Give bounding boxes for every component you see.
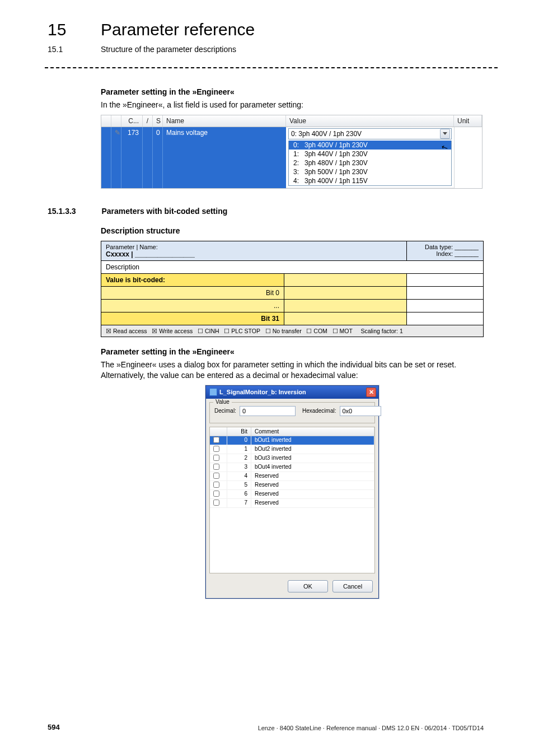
decimal-label: Decimal: — [214, 408, 236, 414]
row-s: 0 — [153, 127, 163, 188]
col-s: S — [153, 115, 163, 127]
combobox-selected: 0: 3ph 400V / 1ph 230V — [291, 130, 362, 138]
footer-text: Lenze · 8400 StateLine · Reference manua… — [258, 725, 484, 731]
bit-checkbox[interactable] — [213, 482, 219, 488]
ds-bit0: Bit 0 — [101, 287, 284, 300]
col-value: Value — [286, 115, 454, 127]
col-slash: / — [143, 115, 153, 127]
subsection-title: Parameters with bit-coded setting — [101, 207, 227, 216]
chevron-down-icon[interactable] — [440, 129, 450, 139]
bit-index: 5 — [227, 481, 251, 489]
grid-header-bit: Bit — [227, 427, 251, 436]
bit-checkbox[interactable] — [213, 464, 219, 470]
cancel-button[interactable]: Cancel — [332, 580, 373, 592]
engineer-listfield: C... / S Name Value Unit ✎ 173 0 Mains v… — [101, 115, 483, 189]
ds-top-index: Index: _______ — [411, 250, 479, 257]
ds-description: Description — [101, 261, 484, 274]
grid-header-comment: Comment — [251, 427, 374, 436]
bit-grid-row[interactable]: 4Reserved — [210, 472, 374, 481]
bit-checkbox[interactable] — [213, 446, 219, 452]
bit-comment: bOut2 inverted — [251, 445, 374, 454]
listfield-row[interactable]: ✎ 173 0 Mains voltage — [101, 127, 286, 188]
bit-checkbox[interactable] — [213, 455, 219, 461]
edit-pencil-icon[interactable]: ✎ — [111, 127, 121, 188]
ds-bitcoded-label: Value is bit-coded: — [101, 274, 284, 287]
bit-index: 7 — [227, 499, 251, 507]
bit-checkbox[interactable] — [213, 500, 219, 506]
bit-comment: Reserved — [251, 499, 374, 507]
bit-index: 6 — [227, 490, 251, 498]
value-combobox[interactable]: 0: 3ph 400V / 1ph 230V — [288, 128, 452, 139]
bit-dialog: L_SignalMonitor_b: Inversion ✕ Value Dec… — [205, 385, 379, 599]
bit-index: 0 — [227, 436, 251, 445]
bit-grid-row[interactable]: 3bOut4 inverted — [210, 463, 374, 472]
bit-grid-row[interactable]: 1bOut2 inverted — [210, 445, 374, 454]
ds-dots: ... — [101, 300, 284, 312]
dropdown-option[interactable]: 0: 3ph 400V / 1ph 230V — [289, 141, 451, 150]
engineer2-intro: The »Engineer« uses a dialog box for par… — [101, 360, 484, 381]
bit-checkbox[interactable] — [213, 491, 219, 497]
bit-grid-row[interactable]: 0bOut1 inverted — [210, 436, 374, 445]
ds-foot: ☒ Read access ☒ Write access ☐ CINH ☐ PL… — [101, 325, 484, 337]
bit-comment: bOut3 inverted — [251, 454, 374, 463]
ds-top-label: Parameter | Name: — [106, 244, 402, 250]
hex-label: Hexadecimal: — [302, 408, 336, 414]
chapter-number: 15 — [48, 20, 66, 39]
page-number: 594 — [48, 723, 60, 731]
bit-checkbox[interactable] — [213, 473, 219, 479]
bit-comment: Reserved — [251, 481, 374, 489]
dropdown-option[interactable]: 1: 3ph 440V / 1ph 230V — [289, 150, 451, 158]
decimal-input[interactable] — [240, 406, 296, 416]
bit-index: 2 — [227, 454, 251, 463]
dropdown-option[interactable]: 4: 3ph 400V / 1ph 115V — [289, 176, 451, 185]
bit-grid[interactable]: Bit Comment 0bOut1 inverted1bOut2 invert… — [209, 427, 375, 573]
value-group: Value Decimal: Hexadecimal: — [209, 402, 375, 423]
bit-index: 3 — [227, 463, 251, 472]
value-group-legend: Value — [213, 399, 232, 405]
bit-grid-row[interactable]: 2bOut3 inverted — [210, 454, 374, 463]
bit-comment: Reserved — [251, 490, 374, 498]
engineer2-heading: Parameter setting in the »Engineer« — [101, 347, 484, 356]
description-structure-table: Parameter | Name: Cxxxxx | _____________… — [101, 241, 484, 337]
bit-checkbox[interactable] — [213, 437, 219, 443]
col-unit: Unit — [454, 115, 482, 127]
col-name: Name — [163, 115, 286, 127]
app-icon — [209, 388, 217, 396]
close-icon[interactable]: ✕ — [366, 388, 376, 397]
bit-dialog-title: L_SignalMonitor_b: Inversion — [219, 389, 306, 395]
bit-index: 1 — [227, 445, 251, 454]
col-c: C... — [121, 115, 143, 127]
bit-comment: bOut1 inverted — [251, 436, 374, 445]
bit-index: 4 — [227, 472, 251, 480]
bit-grid-row[interactable]: 5Reserved — [210, 481, 374, 490]
dropdown-option[interactable]: 2: 3ph 480V / 1ph 230V — [289, 158, 451, 167]
separator-line — [45, 67, 498, 68]
ok-button[interactable]: OK — [288, 580, 328, 592]
bit-comment: bOut4 inverted — [251, 463, 374, 472]
ds-bit31: Bit 31 — [101, 312, 284, 325]
ds-top-datatype: Data type: _______ — [411, 244, 479, 250]
bit-grid-row[interactable]: 7Reserved — [210, 499, 374, 508]
bit-grid-row[interactable]: 6Reserved — [210, 490, 374, 499]
chapter-title: Parameter reference — [101, 20, 255, 39]
row-c: 173 — [121, 127, 143, 188]
bit-comment: Reserved — [251, 472, 374, 480]
subsection-number: 15.1.3.3 — [48, 207, 99, 216]
description-structure-heading: Description structure — [101, 226, 484, 235]
engineer1-heading: Parameter setting in the »Engineer« — [101, 87, 484, 96]
row-name: Mains voltage — [163, 127, 286, 188]
dropdown-option[interactable]: 3: 3ph 500V / 1ph 230V — [289, 167, 451, 176]
engineer1-intro: In the »Engineer«, a list field is used … — [101, 100, 484, 110]
hex-input[interactable] — [340, 406, 381, 416]
bit-dialog-titlebar[interactable]: L_SignalMonitor_b: Inversion ✕ — [206, 386, 378, 399]
listfield-header: C... / S Name Value Unit — [101, 115, 482, 127]
ds-top-code: Cxxxxx | ________________ — [106, 250, 402, 258]
combobox-dropdown[interactable]: ↖ 0: 3ph 400V / 1ph 230V 1: 3ph 440V / 1… — [288, 141, 452, 186]
section-title: Structure of the parameter descriptions — [101, 45, 236, 54]
section-number: 15.1 — [48, 45, 63, 54]
